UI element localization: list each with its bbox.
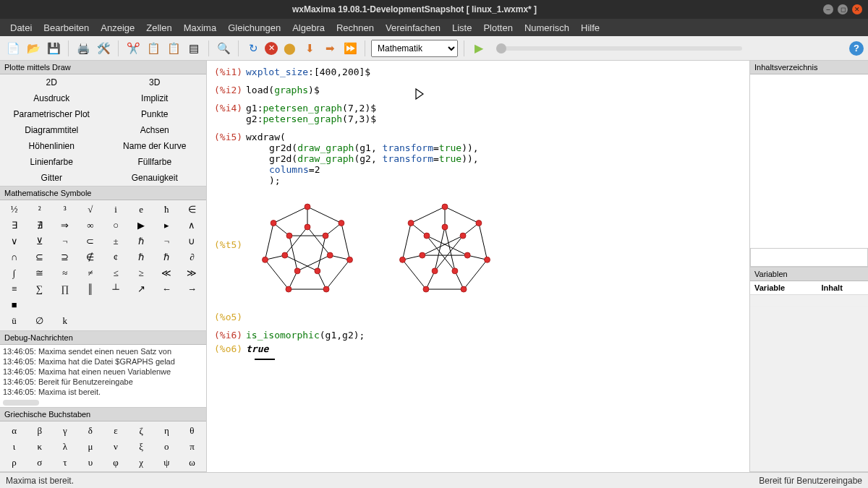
save-file-icon[interactable]: 💾 — [45, 40, 62, 57]
symbol-button[interactable]: ¬ — [154, 234, 179, 249]
symbol-button[interactable]: ← — [154, 281, 179, 297]
greek-letter-button[interactable]: ζ — [129, 423, 154, 439]
symbol-button[interactable]: ║ — [77, 281, 103, 297]
symbol-button[interactable]: ≠ — [77, 265, 103, 281]
greek-letter-button[interactable]: ι — [1, 439, 27, 455]
symbol-button[interactable]: i — [103, 202, 129, 218]
symbol-button[interactable]: ≈ — [52, 265, 77, 281]
symbol-button[interactable]: ▶ — [129, 218, 154, 234]
plot-2d[interactable]: 2D — [0, 74, 103, 90]
symbol-button[interactable]: ∩ — [1, 249, 27, 265]
cut-icon[interactable]: ✂️ — [124, 40, 142, 57]
symbol-button[interactable]: ≡ — [1, 281, 27, 297]
symbol-button[interactable]: ■ — [1, 297, 27, 313]
greek-letter-button[interactable]: β — [27, 423, 52, 439]
symbol-button[interactable]: ∧ — [179, 218, 205, 234]
menu-maxima[interactable]: Maxima — [178, 22, 223, 33]
symbol-button[interactable]: ∄ — [27, 218, 52, 234]
eval-all-icon[interactable]: ⏩ — [341, 40, 359, 57]
greek-letter-button[interactable]: π — [179, 439, 205, 455]
greek-letter-button[interactable]: χ — [129, 455, 154, 471]
symbol-button[interactable]: ℏ — [129, 234, 154, 249]
symbol-button[interactable] — [27, 297, 52, 313]
toc-filter-input[interactable] — [750, 248, 868, 267]
greek-letter-button[interactable]: σ — [27, 455, 52, 471]
plot-parametrisch[interactable]: Parametrischer Plot — [0, 106, 103, 122]
copy-icon[interactable]: 📋 — [145, 40, 162, 57]
greek-letter-button[interactable]: τ — [52, 455, 77, 471]
symbol-button[interactable]: → — [179, 281, 205, 297]
plot-implizit[interactable]: Implizit — [103, 90, 207, 106]
cell-code[interactable]: g1:petersen_graph(7,2)$ g2:petersen_grap… — [246, 103, 742, 124]
symbol-button[interactable]: ± — [103, 234, 129, 249]
cell-code[interactable]: is_isomorphic(g1,g2); — [246, 330, 742, 341]
symbol-button[interactable] — [154, 297, 179, 313]
greek-letter-button[interactable]: γ — [52, 423, 77, 439]
menu-hilfe[interactable]: Hilfe — [575, 22, 605, 33]
close-button[interactable]: ✕ — [852, 4, 862, 14]
menu-numerisch[interactable]: Numerisch — [519, 22, 575, 33]
plot-linienfarbe[interactable]: Linienfarbe — [0, 154, 103, 170]
symbol-button[interactable]: ∉ — [77, 249, 103, 265]
cell-type-select[interactable]: Mathematik — [371, 40, 458, 57]
plot-punkte[interactable]: Punkte — [103, 106, 207, 122]
menu-rechnen[interactable]: Rechnen — [331, 22, 380, 33]
plot-hoehenlinien[interactable]: Höhenlinien — [0, 138, 103, 154]
greek-letter-button[interactable]: φ — [103, 455, 129, 471]
greek-letter-button[interactable]: μ — [77, 439, 103, 455]
plot-ausdruck[interactable]: Ausdruck — [0, 90, 103, 106]
symbol-button[interactable] — [103, 313, 129, 329]
symbol-button[interactable]: ∨ — [1, 234, 27, 249]
cell-code[interactable]: load(graphs)$ — [246, 85, 742, 95]
plot-fuellfarbe[interactable]: Füllfarbe — [103, 154, 207, 170]
menu-liste[interactable]: Liste — [446, 22, 477, 33]
menu-datei[interactable]: Datei — [4, 22, 38, 33]
symbol-button[interactable]: ½ — [1, 202, 27, 218]
symbol-button[interactable]: ¬ — [52, 234, 77, 249]
play-icon[interactable]: ▶ — [470, 40, 488, 57]
plot-achsen[interactable]: Achsen — [103, 122, 207, 138]
plot-gitter[interactable]: Gitter — [0, 170, 103, 186]
symbol-button[interactable]: ∪ — [179, 234, 205, 249]
symbol-button[interactable]: √ — [77, 202, 103, 218]
symbol-button[interactable]: ⇒ — [52, 218, 77, 234]
greek-letter-button[interactable]: κ — [27, 439, 52, 455]
settings-icon[interactable]: 🛠️ — [95, 40, 112, 57]
symbol-button[interactable]: ∑ — [27, 281, 52, 297]
symbol-button[interactable]: ℏ — [129, 249, 154, 265]
greek-letter-button[interactable]: ν — [103, 439, 129, 455]
plot-genauigkeit[interactable]: Genauigkeit — [103, 170, 207, 186]
symbol-button[interactable]: ↗ — [129, 281, 154, 297]
menu-zellen[interactable]: Zellen — [140, 22, 177, 33]
menu-algebra[interactable]: Algebra — [286, 22, 331, 33]
symbol-button[interactable]: ≪ — [154, 265, 179, 281]
eval-icon[interactable]: ⬤ — [281, 40, 298, 57]
greek-letter-button[interactable]: θ — [179, 423, 205, 439]
greek-letter-button[interactable]: υ — [77, 455, 103, 471]
plot-diagrammtitel[interactable]: Diagrammtitel — [0, 122, 103, 138]
symbol-button[interactable]: ħ — [154, 202, 179, 218]
symbol-button[interactable] — [103, 297, 129, 313]
greek-letter-button[interactable]: δ — [77, 423, 103, 439]
symbol-button[interactable]: ∃ — [1, 218, 27, 234]
menu-gleichungen[interactable]: Gleichungen — [222, 22, 286, 33]
symbol-button[interactable]: ⊻ — [27, 234, 52, 249]
symbol-button[interactable]: ∏ — [52, 281, 77, 297]
greek-letter-button[interactable]: ξ — [129, 439, 154, 455]
symbol-button[interactable] — [77, 297, 103, 313]
menu-bearbeiten[interactable]: Bearbeiten — [38, 22, 95, 33]
minimize-button[interactable]: – — [823, 4, 833, 14]
debug-scrollbar[interactable] — [3, 400, 39, 406]
greek-letter-button[interactable]: Ζ — [129, 471, 154, 472]
greek-letter-button[interactable]: η — [154, 423, 179, 439]
stop-icon[interactable]: ✕ — [265, 42, 278, 55]
symbol-button[interactable]: ┴ — [103, 281, 129, 297]
symbol-button[interactable]: k — [52, 313, 77, 329]
help-icon[interactable]: ? — [849, 41, 864, 56]
plot-kurve-name[interactable]: Name der Kurve — [103, 138, 207, 154]
restart-icon[interactable]: ↻ — [244, 40, 262, 57]
symbol-button[interactable]: ▸ — [154, 218, 179, 234]
open-file-icon[interactable]: 📂 — [25, 40, 42, 57]
print-icon[interactable]: 🖨️ — [75, 40, 92, 57]
symbol-button[interactable]: ≤ — [103, 265, 129, 281]
